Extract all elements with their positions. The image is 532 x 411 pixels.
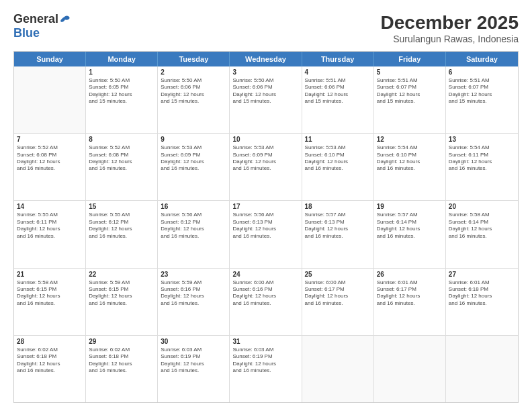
calendar-row-0: 1Sunrise: 5:50 AMSunset: 6:05 PMDaylight… bbox=[14, 66, 518, 134]
day-cell-5: 5Sunrise: 5:51 AMSunset: 6:07 PMDaylight… bbox=[374, 66, 446, 133]
day-number: 7 bbox=[17, 136, 83, 143]
calendar: SundayMondayTuesdayWednesdayThursdayFrid… bbox=[13, 51, 519, 403]
day-cell-2: 2Sunrise: 5:50 AMSunset: 6:06 PMDaylight… bbox=[158, 66, 230, 133]
logo: General Blue bbox=[13, 12, 71, 40]
day-cell-26: 26Sunrise: 6:01 AMSunset: 6:17 PMDayligh… bbox=[374, 269, 446, 335]
cell-daylight-info: Sunrise: 5:56 AMSunset: 6:13 PMDaylight:… bbox=[232, 212, 298, 240]
header-day-sunday: Sunday bbox=[14, 52, 86, 66]
title-block: December 2025 Surulangun Rawas, Indonesi… bbox=[381, 12, 519, 44]
day-cell-20: 20Sunrise: 5:58 AMSunset: 6:14 PMDayligh… bbox=[446, 201, 518, 267]
header-day-wednesday: Wednesday bbox=[230, 52, 302, 66]
day-number: 29 bbox=[89, 338, 154, 345]
header-day-tuesday: Tuesday bbox=[158, 52, 230, 66]
day-cell-30: 30Sunrise: 6:03 AMSunset: 6:19 PMDayligh… bbox=[158, 336, 230, 402]
day-cell-15: 15Sunrise: 5:55 AMSunset: 6:12 PMDayligh… bbox=[86, 201, 158, 267]
cell-daylight-info: Sunrise: 6:01 AMSunset: 6:18 PMDaylight:… bbox=[449, 279, 515, 308]
cell-daylight-info: Sunrise: 6:00 AMSunset: 6:16 PMDaylight:… bbox=[232, 279, 298, 308]
day-cell-19: 19Sunrise: 5:57 AMSunset: 6:14 PMDayligh… bbox=[374, 201, 446, 267]
cell-daylight-info: Sunrise: 5:52 AMSunset: 6:08 PMDaylight:… bbox=[17, 144, 83, 173]
day-cell-22: 22Sunrise: 5:59 AMSunset: 6:15 PMDayligh… bbox=[86, 269, 158, 335]
cell-daylight-info: Sunrise: 5:58 AMSunset: 6:15 PMDaylight:… bbox=[17, 279, 83, 308]
day-cell-18: 18Sunrise: 5:57 AMSunset: 6:13 PMDayligh… bbox=[302, 201, 374, 267]
day-cell-28: 28Sunrise: 6:02 AMSunset: 6:18 PMDayligh… bbox=[14, 336, 86, 402]
day-number: 17 bbox=[232, 203, 298, 210]
day-number: 12 bbox=[377, 136, 443, 143]
cell-daylight-info: Sunrise: 5:54 AMSunset: 6:11 PMDaylight:… bbox=[449, 144, 515, 173]
day-number: 10 bbox=[232, 136, 298, 143]
day-cell-11: 11Sunrise: 5:53 AMSunset: 6:10 PMDayligh… bbox=[302, 134, 374, 200]
day-number: 3 bbox=[232, 68, 298, 76]
header-day-saturday: Saturday bbox=[446, 52, 518, 66]
empty-cell bbox=[446, 336, 518, 402]
day-number: 2 bbox=[161, 68, 226, 76]
day-cell-27: 27Sunrise: 6:01 AMSunset: 6:18 PMDayligh… bbox=[446, 269, 518, 335]
day-cell-6: 6Sunrise: 5:51 AMSunset: 6:07 PMDaylight… bbox=[446, 66, 518, 133]
day-cell-13: 13Sunrise: 5:54 AMSunset: 6:11 PMDayligh… bbox=[446, 134, 518, 200]
day-number: 14 bbox=[17, 203, 83, 210]
cell-daylight-info: Sunrise: 5:50 AMSunset: 6:06 PMDaylight:… bbox=[161, 77, 226, 105]
day-number: 27 bbox=[449, 271, 515, 278]
day-cell-31: 31Sunrise: 6:03 AMSunset: 6:19 PMDayligh… bbox=[230, 336, 302, 402]
cell-daylight-info: Sunrise: 6:02 AMSunset: 6:18 PMDaylight:… bbox=[89, 347, 154, 375]
day-number: 30 bbox=[161, 338, 226, 345]
day-cell-29: 29Sunrise: 6:02 AMSunset: 6:18 PMDayligh… bbox=[86, 336, 158, 402]
cell-daylight-info: Sunrise: 6:03 AMSunset: 6:19 PMDaylight:… bbox=[161, 347, 226, 375]
calendar-row-2: 14Sunrise: 5:55 AMSunset: 6:11 PMDayligh… bbox=[14, 201, 518, 268]
calendar-row-4: 28Sunrise: 6:02 AMSunset: 6:18 PMDayligh… bbox=[14, 336, 518, 402]
page: General Blue December 2025 Surulangun Ra… bbox=[0, 0, 532, 411]
day-number: 24 bbox=[232, 271, 298, 278]
calendar-row-1: 7Sunrise: 5:52 AMSunset: 6:08 PMDaylight… bbox=[14, 134, 518, 201]
empty-cell bbox=[374, 336, 446, 402]
calendar-header: SundayMondayTuesdayWednesdayThursdayFrid… bbox=[14, 52, 518, 66]
day-cell-24: 24Sunrise: 6:00 AMSunset: 6:16 PMDayligh… bbox=[230, 269, 302, 335]
day-number: 25 bbox=[305, 271, 371, 278]
header-day-monday: Monday bbox=[86, 52, 158, 66]
header-day-thursday: Thursday bbox=[302, 52, 374, 66]
cell-daylight-info: Sunrise: 6:03 AMSunset: 6:19 PMDaylight:… bbox=[232, 347, 298, 375]
cell-daylight-info: Sunrise: 5:51 AMSunset: 6:07 PMDaylight:… bbox=[377, 77, 443, 105]
cell-daylight-info: Sunrise: 5:55 AMSunset: 6:11 PMDaylight:… bbox=[17, 212, 83, 240]
day-cell-7: 7Sunrise: 5:52 AMSunset: 6:08 PMDaylight… bbox=[14, 134, 86, 200]
cell-daylight-info: Sunrise: 5:55 AMSunset: 6:12 PMDaylight:… bbox=[89, 212, 154, 240]
day-cell-1: 1Sunrise: 5:50 AMSunset: 6:05 PMDaylight… bbox=[86, 66, 158, 133]
cell-daylight-info: Sunrise: 5:59 AMSunset: 6:16 PMDaylight:… bbox=[161, 279, 226, 308]
day-number: 4 bbox=[305, 68, 371, 76]
cell-daylight-info: Sunrise: 6:00 AMSunset: 6:17 PMDaylight:… bbox=[305, 279, 371, 308]
cell-daylight-info: Sunrise: 5:57 AMSunset: 6:14 PMDaylight:… bbox=[377, 212, 443, 240]
day-number: 5 bbox=[377, 68, 443, 76]
day-cell-4: 4Sunrise: 5:51 AMSunset: 6:06 PMDaylight… bbox=[302, 66, 374, 133]
month-year-title: December 2025 bbox=[381, 12, 519, 34]
calendar-body: 1Sunrise: 5:50 AMSunset: 6:05 PMDaylight… bbox=[14, 66, 518, 402]
day-number: 31 bbox=[232, 338, 298, 345]
day-cell-14: 14Sunrise: 5:55 AMSunset: 6:11 PMDayligh… bbox=[14, 201, 86, 267]
day-cell-8: 8Sunrise: 5:52 AMSunset: 6:08 PMDaylight… bbox=[86, 134, 158, 200]
day-number: 20 bbox=[449, 203, 515, 210]
day-number: 28 bbox=[17, 338, 83, 345]
day-number: 23 bbox=[161, 271, 226, 278]
cell-daylight-info: Sunrise: 5:53 AMSunset: 6:10 PMDaylight:… bbox=[305, 144, 371, 173]
cell-daylight-info: Sunrise: 6:01 AMSunset: 6:17 PMDaylight:… bbox=[377, 279, 443, 308]
calendar-row-3: 21Sunrise: 5:58 AMSunset: 6:15 PMDayligh… bbox=[14, 269, 518, 336]
day-cell-9: 9Sunrise: 5:53 AMSunset: 6:09 PMDaylight… bbox=[158, 134, 230, 200]
day-number: 16 bbox=[161, 203, 226, 210]
empty-cell bbox=[14, 66, 86, 133]
day-number: 1 bbox=[89, 68, 154, 76]
day-cell-17: 17Sunrise: 5:56 AMSunset: 6:13 PMDayligh… bbox=[230, 201, 302, 267]
header-day-friday: Friday bbox=[374, 52, 446, 66]
cell-daylight-info: Sunrise: 5:58 AMSunset: 6:14 PMDaylight:… bbox=[449, 212, 515, 240]
day-number: 22 bbox=[89, 271, 154, 278]
logo-blue-text: Blue bbox=[13, 26, 40, 40]
header: General Blue December 2025 Surulangun Ra… bbox=[13, 12, 519, 44]
day-number: 18 bbox=[305, 203, 371, 210]
day-number: 19 bbox=[377, 203, 443, 210]
logo-bird-icon bbox=[60, 14, 71, 25]
day-cell-25: 25Sunrise: 6:00 AMSunset: 6:17 PMDayligh… bbox=[302, 269, 374, 335]
day-number: 13 bbox=[449, 136, 515, 143]
cell-daylight-info: Sunrise: 5:51 AMSunset: 6:06 PMDaylight:… bbox=[305, 77, 371, 105]
cell-daylight-info: Sunrise: 5:53 AMSunset: 6:09 PMDaylight:… bbox=[232, 144, 298, 173]
day-number: 9 bbox=[161, 136, 226, 143]
day-number: 6 bbox=[449, 68, 515, 76]
day-number: 26 bbox=[377, 271, 443, 278]
day-cell-3: 3Sunrise: 5:50 AMSunset: 6:06 PMDaylight… bbox=[230, 66, 302, 133]
day-cell-16: 16Sunrise: 5:56 AMSunset: 6:12 PMDayligh… bbox=[158, 201, 230, 267]
